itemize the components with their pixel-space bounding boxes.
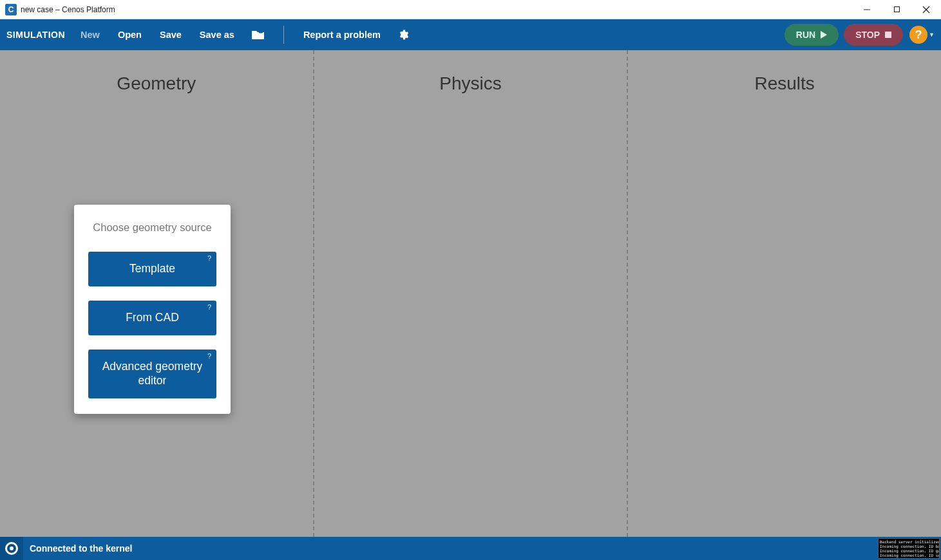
window-controls (852, 0, 941, 19)
main-toolbar: SIMULATION New Open Save Save as Report … (0, 19, 941, 50)
geometry-column-title: Geometry (117, 73, 196, 94)
app-icon: C (5, 4, 17, 15)
physics-column-title: Physics (439, 73, 501, 94)
run-button[interactable]: RUN (784, 24, 839, 46)
play-icon (821, 31, 827, 39)
from-cad-help-icon[interactable]: ? (207, 303, 211, 312)
gear-icon (397, 29, 409, 41)
window-close-button[interactable] (911, 0, 941, 19)
workspace: Geometry Physics Results Choose geometry… (0, 50, 941, 537)
toolbar-left-group: SIMULATION New Open Save Save as Report … (6, 26, 415, 44)
stop-button-label: STOP (855, 30, 880, 40)
advanced-editor-help-icon[interactable]: ? (207, 352, 211, 361)
window-titlebar: C new case – Cenos Platform (0, 0, 941, 19)
simulation-label: SIMULATION (6, 30, 65, 40)
from-cad-button[interactable]: ? From CAD (88, 301, 216, 335)
status-bar: Connected to the kernel Backend server i… (0, 537, 941, 560)
template-button[interactable]: ? Template (88, 252, 216, 286)
physics-column: Physics (313, 50, 627, 537)
template-button-label: Template (129, 262, 175, 275)
new-button[interactable]: New (73, 26, 108, 44)
advanced-editor-button[interactable]: ? Advanced geometry editor (88, 350, 216, 398)
geometry-source-card-title: Choose geometry source (88, 221, 216, 234)
open-button[interactable]: Open (110, 26, 149, 44)
save-button[interactable]: Save (152, 26, 189, 44)
settings-button[interactable] (391, 26, 415, 43)
help-dropdown-caret[interactable]: ▼ (929, 32, 935, 38)
window-minimize-button[interactable] (852, 0, 882, 19)
results-column: Results (627, 50, 941, 537)
svg-rect-4 (259, 31, 263, 33)
help-button[interactable]: ? (909, 26, 927, 44)
status-text: Connected to the kernel (30, 543, 132, 554)
folder-icon (251, 29, 265, 41)
help-icon: ? (915, 28, 922, 42)
results-column-title: Results (754, 73, 814, 94)
kernel-status-icon (0, 537, 23, 560)
svg-rect-1 (894, 7, 899, 12)
toolbar-divider (283, 26, 284, 44)
window-title: new case – Cenos Platform (21, 5, 852, 14)
report-problem-button[interactable]: Report a problem (296, 26, 388, 44)
template-help-icon[interactable]: ? (207, 254, 211, 263)
svg-marker-5 (821, 31, 827, 39)
open-folder-button[interactable] (245, 26, 272, 43)
advanced-editor-button-label: Advanced geometry editor (102, 360, 203, 387)
window-maximize-button[interactable] (882, 0, 911, 19)
stop-button[interactable]: STOP (844, 24, 903, 46)
run-button-label: RUN (796, 30, 815, 40)
save-as-button[interactable]: Save as (192, 26, 242, 44)
geometry-source-card: Choose geometry source ? Template ? From… (74, 205, 231, 414)
stop-icon (885, 32, 891, 38)
svg-rect-6 (885, 32, 891, 38)
console-log-panel[interactable]: Backend server initialized. Incoming con… (878, 538, 940, 559)
from-cad-button-label: From CAD (126, 311, 179, 324)
